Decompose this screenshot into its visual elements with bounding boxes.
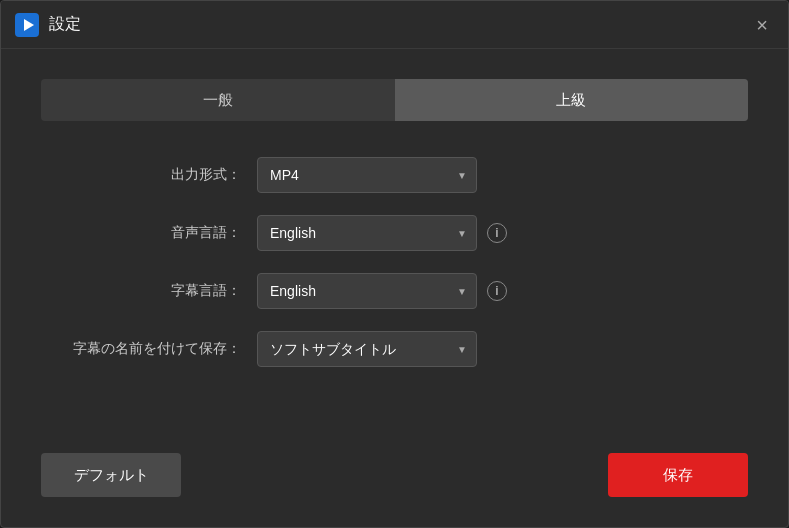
audio-language-info-icon[interactable]: i — [487, 223, 507, 243]
title-bar: 設定 × — [1, 1, 788, 49]
save-button[interactable]: 保存 — [608, 453, 748, 497]
close-button[interactable]: × — [750, 11, 774, 39]
tab-advanced[interactable]: 上級 — [395, 79, 749, 121]
subtitle-save-label: 字幕の名前を付けて保存： — [41, 340, 241, 358]
output-format-label: 出力形式： — [41, 166, 241, 184]
tab-bar: 一般 上級 — [41, 79, 748, 121]
form-area: 出力形式： MP4 MKV AVI 音声言語： English Japanese — [41, 157, 748, 443]
subtitle-save-select[interactable]: ソフトサブタイトル ハードサブタイトル — [257, 331, 477, 367]
content-area: 一般 上級 出力形式： MP4 MKV AVI 音声言語： — [1, 49, 788, 527]
default-button[interactable]: デフォルト — [41, 453, 181, 497]
window-title: 設定 — [49, 14, 750, 35]
subtitle-save-select-wrapper: ソフトサブタイトル ハードサブタイトル — [257, 331, 477, 367]
tab-general[interactable]: 一般 — [41, 79, 395, 121]
output-format-select[interactable]: MP4 MKV AVI — [257, 157, 477, 193]
subtitle-language-info-icon[interactable]: i — [487, 281, 507, 301]
audio-language-select-wrapper: English Japanese Chinese — [257, 215, 477, 251]
subtitle-language-select[interactable]: English Japanese Chinese — [257, 273, 477, 309]
app-icon — [15, 13, 39, 37]
output-format-select-wrapper: MP4 MKV AVI — [257, 157, 477, 193]
subtitle-language-label: 字幕言語： — [41, 282, 241, 300]
audio-language-label: 音声言語： — [41, 224, 241, 242]
subtitle-language-select-wrapper: English Japanese Chinese — [257, 273, 477, 309]
audio-language-row: 音声言語： English Japanese Chinese i — [41, 215, 748, 251]
subtitle-save-row: 字幕の名前を付けて保存： ソフトサブタイトル ハードサブタイトル — [41, 331, 748, 367]
subtitle-language-row: 字幕言語： English Japanese Chinese i — [41, 273, 748, 309]
settings-window: 設定 × 一般 上級 出力形式： MP4 MKV AVI — [0, 0, 789, 528]
output-format-row: 出力形式： MP4 MKV AVI — [41, 157, 748, 193]
audio-language-select[interactable]: English Japanese Chinese — [257, 215, 477, 251]
footer: デフォルト 保存 — [41, 443, 748, 497]
